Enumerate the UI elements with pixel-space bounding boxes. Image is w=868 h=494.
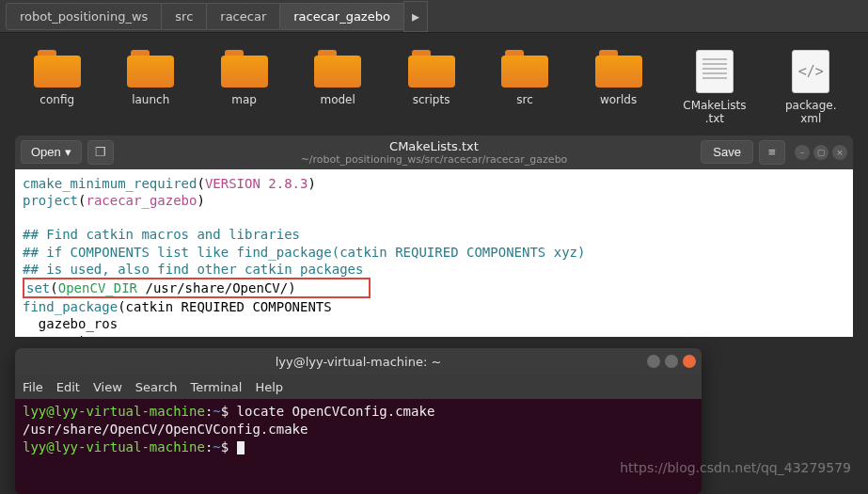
- text-file-icon: [696, 50, 734, 93]
- editor-window-controls: – ▢ ×: [795, 145, 847, 160]
- file-label: CMakeLists .txt: [683, 99, 746, 126]
- editor-filepath: ~/robot_positioning_ws/src/racecar/racec…: [301, 153, 568, 166]
- folder-scripts[interactable]: scripts: [402, 50, 460, 126]
- folder-icon: [221, 50, 268, 88]
- terminal-close-icon[interactable]: [683, 355, 696, 368]
- breadcrumb-item[interactable]: src: [161, 3, 207, 30]
- folder-config[interactable]: config: [28, 50, 86, 126]
- folder-map[interactable]: map: [215, 50, 273, 126]
- terminal-menu-search[interactable]: Search: [135, 380, 178, 394]
- file-package-xml[interactable]: </>package. xml: [782, 50, 840, 126]
- file-label: config: [39, 93, 74, 106]
- folder-src[interactable]: src: [496, 50, 553, 126]
- new-document-button[interactable]: ❐: [87, 140, 114, 165]
- folder-worlds[interactable]: worlds: [590, 50, 647, 126]
- file-label: worlds: [600, 93, 637, 106]
- close-icon[interactable]: ×: [832, 145, 847, 160]
- file-label: package. xml: [785, 99, 836, 126]
- breadcrumb-item[interactable]: racecar: [206, 3, 280, 30]
- file-label: model: [320, 93, 355, 106]
- file-cmakelists[interactable]: CMakeLists .txt: [683, 50, 746, 126]
- folder-icon: [34, 50, 81, 88]
- breadcrumb-item[interactable]: robot_positioning_ws: [6, 3, 162, 30]
- terminal-minimize-icon[interactable]: [647, 355, 660, 368]
- chevron-down-icon: ▾: [65, 145, 71, 159]
- terminal-menu-view[interactable]: View: [93, 380, 122, 394]
- open-button[interactable]: Open▾: [21, 140, 82, 164]
- breadcrumb-expand-icon[interactable]: ▸: [403, 1, 428, 32]
- terminal-menubar: File Edit View Search Terminal Help: [15, 374, 702, 399]
- xml-file-icon: </>: [792, 50, 829, 93]
- file-browser: config launch map model scripts src worl…: [0, 33, 868, 135]
- hamburger-menu-button[interactable]: ≡: [759, 140, 785, 165]
- folder-icon: [408, 50, 455, 88]
- folder-model[interactable]: model: [308, 50, 366, 126]
- terminal-window: lyy@lyy-virtual-machine: ~ File Edit Vie…: [15, 348, 702, 494]
- save-button[interactable]: Save: [701, 140, 753, 164]
- terminal-menu-terminal[interactable]: Terminal: [190, 380, 242, 394]
- terminal-content[interactable]: lyy@lyy-virtual-machine:~$ locate OpenCV…: [15, 399, 702, 494]
- terminal-title: lyy@lyy-virtual-machine: ~: [276, 355, 442, 369]
- folder-icon: [501, 50, 548, 88]
- file-label: launch: [132, 93, 169, 106]
- editor-content[interactable]: cmake_minimum_required(VERSION 2.8.3) pr…: [15, 169, 853, 337]
- breadcrumb-bar: robot_positioning_ws src racecar racecar…: [0, 0, 868, 33]
- folder-launch[interactable]: launch: [121, 50, 179, 126]
- terminal-maximize-icon[interactable]: [665, 355, 678, 368]
- editor-title: CMakeLists.txt ~/robot_positioning_ws/sr…: [301, 139, 568, 166]
- minimize-icon[interactable]: –: [795, 145, 810, 160]
- editor-filename: CMakeLists.txt: [301, 139, 568, 153]
- breadcrumb-item-current[interactable]: racecar_gazebo: [279, 3, 404, 30]
- terminal-cursor: [237, 441, 245, 454]
- maximize-icon[interactable]: ▢: [813, 145, 829, 160]
- file-label: src: [516, 93, 533, 106]
- terminal-titlebar[interactable]: lyy@lyy-virtual-machine: ~: [15, 348, 702, 374]
- folder-icon: [127, 50, 174, 88]
- highlighted-line: set(OpenCV_DIR /usr/share/OpenCV/): [23, 278, 371, 298]
- folder-icon: [595, 50, 642, 88]
- folder-icon: [314, 50, 361, 88]
- terminal-menu-edit[interactable]: Edit: [56, 380, 80, 394]
- file-label: scripts: [413, 93, 450, 106]
- editor-toolbar: Open▾ ❐ CMakeLists.txt ~/robot_positioni…: [15, 135, 853, 169]
- terminal-menu-help[interactable]: Help: [255, 380, 283, 394]
- terminal-menu-file[interactable]: File: [23, 380, 43, 394]
- file-label: map: [231, 93, 257, 106]
